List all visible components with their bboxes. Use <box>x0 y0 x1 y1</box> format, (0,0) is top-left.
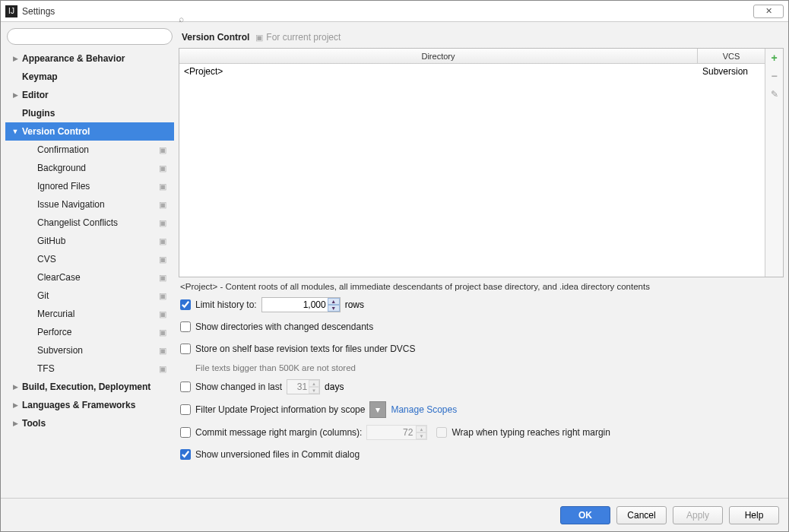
tree-item-label: Plugins <box>21 108 170 119</box>
main-panel: Version Control ▣ For current project Di… <box>179 27 784 493</box>
vcs-table: Directory VCS <Project>Subversion <box>179 49 765 277</box>
tree-item-plugins[interactable]: Plugins <box>5 104 174 122</box>
project-level-icon: ▣ <box>159 328 170 337</box>
tree-item-changelist-conflicts[interactable]: Changelist Conflicts▣ <box>5 214 174 232</box>
wrap-checkbox <box>436 427 447 438</box>
help-button[interactable]: Help <box>729 506 779 524</box>
cell-directory: <Project> <box>179 66 698 77</box>
ok-button[interactable]: OK <box>560 506 610 524</box>
app-icon: IJ <box>5 5 17 17</box>
limit-history-label: Limit history to: <box>195 299 257 310</box>
tree-item-label: ClearCase <box>36 272 159 283</box>
tree-item-label: GitHub <box>36 236 159 246</box>
content-area: ⌕ ▶Appearance & BehaviorKeymap▶EditorPlu… <box>1 22 788 498</box>
tree-item-label: Issue Navigation <box>36 199 159 210</box>
tree-item-editor[interactable]: ▶Editor <box>5 86 174 104</box>
column-vcs[interactable]: VCS <box>698 49 765 63</box>
show-dirs-checkbox[interactable] <box>180 321 191 332</box>
show-changed-label: Show changed in last <box>195 382 282 392</box>
spinner-down-icon: ▼ <box>309 387 319 394</box>
store-shelf-checkbox[interactable] <box>180 344 191 354</box>
tree-item-label: Version Control <box>21 126 170 137</box>
show-unversioned-checkbox[interactable] <box>180 449 191 460</box>
tree-item-label: TFS <box>36 363 159 374</box>
tree-item-label: Languages & Frameworks <box>21 400 170 410</box>
project-level-icon: ▣ <box>159 145 170 155</box>
tree-item-git[interactable]: Git▣ <box>5 287 174 305</box>
apply-button: Apply <box>673 506 723 524</box>
tree-item-label: Ignored Files <box>36 181 159 192</box>
close-button[interactable]: ✕ <box>753 5 784 18</box>
filter-scope-label: Filter Update Project information by sco… <box>195 404 365 415</box>
table-row[interactable]: <Project>Subversion <box>179 64 765 79</box>
tree-item-label: Git <box>36 290 159 301</box>
spinner-up-icon: ▲ <box>416 426 426 432</box>
show-unversioned-label: Show unversioned files in Commit dialog <box>195 449 360 460</box>
project-level-icon: ▣ <box>159 255 170 264</box>
project-level-icon: ▣ <box>159 236 170 246</box>
tree-item-version-control[interactable]: ▼Version Control <box>5 122 174 141</box>
project-scope-text: For current project <box>266 32 341 43</box>
limit-history-spinner[interactable]: ▲ ▼ <box>328 298 340 312</box>
project-scope-icon: ▣ <box>255 33 263 43</box>
tree-item-keymap[interactable]: Keymap <box>5 68 174 86</box>
search-input[interactable] <box>7 28 173 45</box>
tree-item-label: Editor <box>21 90 170 100</box>
store-shelf-label: Store on shelf base revision texts for f… <box>195 344 415 354</box>
tree-item-label: Build, Execution, Deployment <box>21 382 170 392</box>
tree-item-mercurial[interactable]: Mercurial▣ <box>5 305 174 323</box>
tree-item-issue-navigation[interactable]: Issue Navigation▣ <box>5 195 174 214</box>
show-changed-suffix: days <box>325 382 344 392</box>
vcs-table-area: Directory VCS <Project>Subversion + − ✎ <box>179 48 784 277</box>
tree-item-perforce[interactable]: Perforce▣ <box>5 323 174 341</box>
tree-item-tfs[interactable]: TFS▣ <box>5 359 174 378</box>
store-shelf-hint: File texts bigger than 500K are not stor… <box>180 363 782 372</box>
project-level-icon: ▣ <box>159 273 170 283</box>
limit-history-suffix: rows <box>345 299 364 310</box>
cell-vcs: Subversion <box>698 66 765 77</box>
spinner-up-icon[interactable]: ▲ <box>328 298 340 305</box>
show-changed-checkbox[interactable] <box>180 382 191 392</box>
manage-scopes-link[interactable]: Manage Scopes <box>391 404 457 415</box>
show-changed-spinner: ▲ ▼ <box>309 380 319 394</box>
limit-history-checkbox[interactable] <box>180 299 191 310</box>
tree-item-subversion[interactable]: Subversion▣ <box>5 341 174 359</box>
titlebar: IJ Settings ✕ <box>1 1 788 22</box>
expand-icon: ▶ <box>10 55 21 62</box>
settings-tree[interactable]: ▶Appearance & BehaviorKeymap▶EditorPlugi… <box>5 49 174 493</box>
column-directory[interactable]: Directory <box>179 49 698 63</box>
opt-store-shelf: Store on shelf base revision texts for f… <box>180 341 782 356</box>
project-level-icon: ▣ <box>159 200 170 210</box>
tree-item-ignored-files[interactable]: Ignored Files▣ <box>5 177 174 195</box>
tree-item-label: Confirmation <box>36 144 159 155</box>
expand-icon: ▼ <box>10 128 21 135</box>
tree-item-confirmation[interactable]: Confirmation▣ <box>5 141 174 159</box>
spinner-down-icon[interactable]: ▼ <box>328 305 340 312</box>
sidebar: ⌕ ▶Appearance & BehaviorKeymap▶EditorPlu… <box>5 27 174 493</box>
table-body[interactable]: <Project>Subversion <box>179 64 765 277</box>
add-button[interactable]: + <box>768 52 781 64</box>
tree-item-languages-frameworks[interactable]: ▶Languages & Frameworks <box>5 396 174 414</box>
tree-item-tools[interactable]: ▶Tools <box>5 414 174 432</box>
tree-item-build-execution-deployment[interactable]: ▶Build, Execution, Deployment <box>5 378 174 396</box>
tree-item-clearcase[interactable]: ClearCase▣ <box>5 268 174 287</box>
options-panel: Limit history to: ▲ ▼ rows Show director… <box>179 297 784 462</box>
tree-item-github[interactable]: GitHub▣ <box>5 232 174 250</box>
commit-margin-label: Commit message right margin (columns): <box>195 427 362 438</box>
tree-item-background[interactable]: Background▣ <box>5 159 174 177</box>
remove-button[interactable]: − <box>768 70 781 82</box>
tree-item-label: Keymap <box>21 71 170 82</box>
scope-dropdown[interactable]: ▾ <box>369 401 386 418</box>
table-toolbar: + − ✎ <box>765 49 783 277</box>
cancel-button[interactable]: Cancel <box>616 506 667 524</box>
tree-item-cvs[interactable]: CVS▣ <box>5 250 174 268</box>
tree-item-appearance-behavior[interactable]: ▶Appearance & Behavior <box>5 49 174 68</box>
wrap-label: Wrap when typing reaches right margin <box>452 427 610 438</box>
tree-item-label: Tools <box>21 418 170 429</box>
window-title: Settings <box>22 6 753 17</box>
commit-margin-checkbox[interactable] <box>180 427 191 438</box>
expand-icon: ▶ <box>10 91 21 99</box>
edit-button[interactable]: ✎ <box>768 88 781 100</box>
project-level-icon: ▣ <box>159 163 170 173</box>
filter-scope-checkbox[interactable] <box>180 404 191 415</box>
